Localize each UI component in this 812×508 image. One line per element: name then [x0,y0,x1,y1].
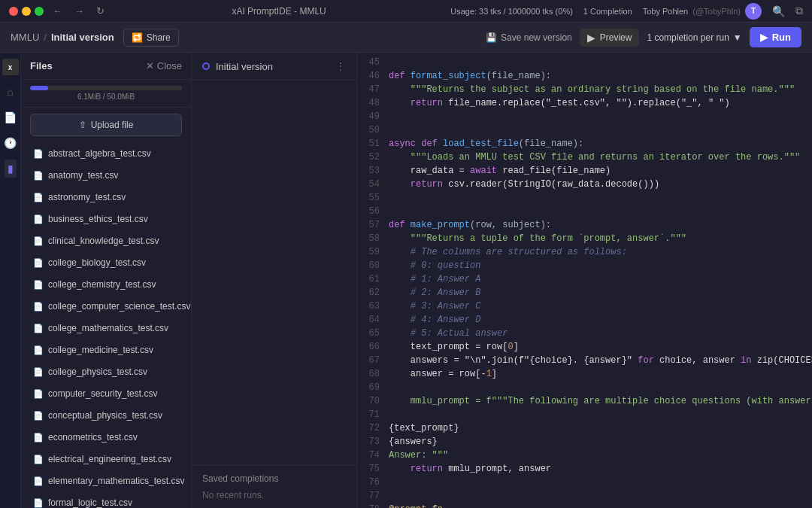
file-name: astronomy_test.csv [48,192,126,202]
file-name: econometrics_test.csv [48,432,138,443]
close-window-button[interactable] [9,7,18,16]
forward-button[interactable]: → [71,4,87,18]
line-code: # 0: question [389,259,812,272]
line-code: # 4: Answer D [389,313,812,327]
completion-per-run-select[interactable]: 1 completion per run ▼ [647,32,741,43]
file-item-left: 📄 elementary_mathematics_test.csv [33,476,184,486]
list-item[interactable]: 📄 clinical_knowledge_test.csv ⋮ [24,230,188,251]
window-icon[interactable]: ⧉ [795,5,803,17]
main-toolbar: MMLU / Initial version 🔁 Share 💾 Save ne… [0,23,812,53]
code-icon[interactable]: ▮ [5,160,17,178]
share-button[interactable]: 🔁 Share [123,29,179,47]
list-item[interactable]: 📄 abstract_algebra_test.csv ⋮ [24,143,188,164]
line-number: 66 [357,340,389,354]
file-icon: 📄 [33,214,44,224]
files-icon[interactable]: 📄 [1,108,20,126]
line-number: 50 [357,123,389,137]
search-icon[interactable]: 🔍 [772,5,785,17]
line-code: return file_name.replace("_test.csv", ""… [389,96,812,110]
line-code: """Returns a tuple of the form `prompt, … [389,232,812,245]
file-item-left: 📄 electrical_engineering_test.csv [33,454,171,464]
list-item[interactable]: 📄 astronomy_test.csv ⋮ [24,187,188,208]
line-code: answer = row[-1] [389,367,812,381]
list-item[interactable]: 📄 college_biology_test.csv ⋮ [24,252,188,273]
line-number: 71 [357,408,389,421]
list-item[interactable]: 📄 college_medicine_test.csv ⋮ [24,339,188,360]
saved-completions-title: Saved completions [202,473,346,484]
file-item-left: 📄 econometrics_test.csv [33,432,138,443]
file-name: anatomy_test.csv [48,170,118,181]
user-name: Toby Pohlen [643,7,689,16]
saved-completions-panel: Saved completions No recent runs. [192,465,356,508]
back-button[interactable]: ← [50,4,65,18]
line-code: answers = "\n".join(f"{choice}. {answer}… [389,354,812,367]
table-row: 72{text_prompt} [357,421,812,435]
history-icon[interactable]: 🕐 [1,134,20,152]
maximize-window-button[interactable] [35,7,44,16]
line-code: def format_subject(file_name): [389,69,812,83]
line-code: @prompt_fn [389,503,812,508]
version-item[interactable]: Initial version ⋮ [192,53,356,80]
preview-toggle[interactable]: ▶ Preview [580,29,640,47]
line-number: 76 [357,476,389,489]
minimize-window-button[interactable] [22,7,31,16]
list-item[interactable]: 📄 anatomy_test.csv ⋮ [24,165,188,186]
line-code: """Loads an MMLU test CSV file and retur… [389,151,812,164]
file-icon: 📄 [33,302,44,312]
list-item[interactable]: 📄 college_mathematics_test.csv ⋮ [24,318,188,339]
table-row: 65 # 5: Actual answer [357,327,812,340]
list-item[interactable]: 📄 college_physics_test.csv ⋮ [24,361,188,382]
file-icon: 📄 [33,149,44,159]
file-name: elementary_mathematics_test.csv [48,476,184,486]
file-item-left: 📄 college_computer_science_test.csv [33,301,190,312]
version-more-button[interactable]: ⋮ [335,60,346,72]
file-icon: 📄 [33,345,44,355]
titlebar: ← → ↻ xAI PromptIDE - MMLU Usage: 33 tks… [0,0,812,23]
line-number: 60 [357,259,389,272]
table-row: 75 return mmlu_prompt, answer [357,462,812,476]
file-name: business_ethics_test.csv [48,214,148,224]
close-sidebar-button[interactable]: ✕ Close [146,60,182,71]
line-code: text_prompt = row[0] [389,340,812,354]
file-name: abstract_algebra_test.csv [48,148,151,159]
toolbar-right: 💾 Save new version ▶ Preview 1 completio… [486,27,801,47]
home-icon[interactable]: ⌂ [4,83,16,101]
completion-per-run-label: 1 completion per run [647,32,729,43]
line-number: 47 [357,83,389,96]
table-row: 73{answers} [357,435,812,449]
file-item-left: 📄 college_chemistry_test.csv [33,279,156,290]
upload-label: Upload file [91,120,134,130]
list-item[interactable]: 📄 econometrics_test.csv ⋮ [24,427,188,448]
table-row: 61 # 1: Answer A [357,272,812,286]
save-button[interactable]: 💾 Save new version [486,32,572,43]
line-number: 48 [357,96,389,110]
file-item-left: 📄 college_physics_test.csv [33,367,147,377]
table-row: 53 raw_data = await read_file(file_name) [357,164,812,178]
line-code [389,408,812,421]
line-number: 51 [357,137,389,151]
refresh-button[interactable]: ↻ [93,4,108,18]
run-button[interactable]: ▶ Run [750,27,801,47]
list-item[interactable]: 📄 formal_logic_test.csv ⋮ [24,492,188,508]
file-name: college_mathematics_test.csv [48,323,168,333]
file-item-left: 📄 abstract_algebra_test.csv [33,148,151,159]
code-content[interactable]: 45 46def format_subject(file_name):47 ""… [357,53,812,508]
list-item[interactable]: 📄 conceptual_physics_test.csv ⋮ [24,405,188,426]
storage-bar-container: 6.1MiB / 50.0MiB [21,80,191,108]
list-item[interactable]: 📄 electrical_engineering_test.csv ⋮ [24,449,188,470]
line-code: return mmlu_prompt, answer [389,462,812,476]
list-item[interactable]: 📄 business_ethics_test.csv ⋮ [24,208,188,230]
breadcrumb-root[interactable]: MMLU [11,32,39,43]
line-number: 63 [357,300,389,313]
list-item[interactable]: 📄 college_chemistry_test.csv ⋮ [24,274,188,295]
table-row: 62 # 2: Answer B [357,286,812,300]
file-icon: 📄 [33,476,44,486]
xai-logo: x [2,59,19,75]
list-item[interactable]: 📄 computer_security_test.csv ⋮ [24,383,188,404]
upload-button[interactable]: ⇧ Upload file [30,114,182,136]
list-item[interactable]: 📄 elementary_mathematics_test.csv ⋮ [24,470,188,491]
file-icon: 📄 [33,236,44,246]
storage-bar-bg [30,86,182,90]
list-item[interactable]: 📄 college_computer_science_test.csv ⋮ [24,296,188,317]
breadcrumb-current: Initial version [51,32,114,43]
